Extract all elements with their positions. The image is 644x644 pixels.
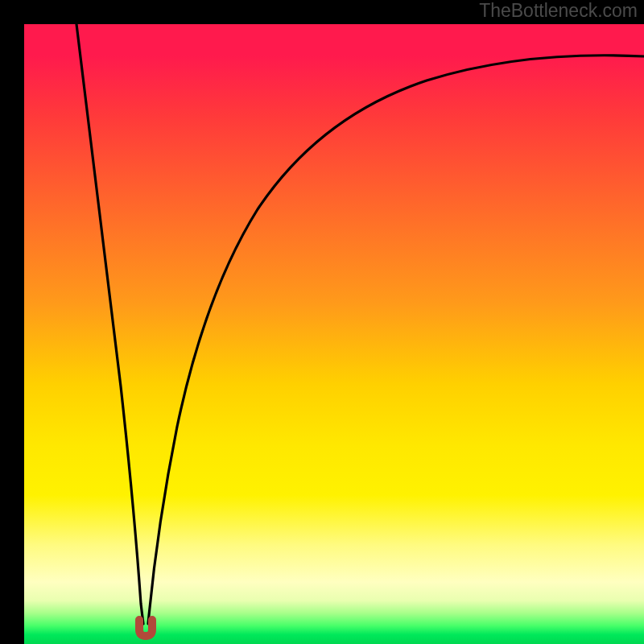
background-gradient — [24, 24, 644, 644]
watermark-text: TheBottleneck.com — [479, 0, 638, 22]
plot-area — [24, 24, 644, 644]
chart-frame — [12, 12, 632, 632]
